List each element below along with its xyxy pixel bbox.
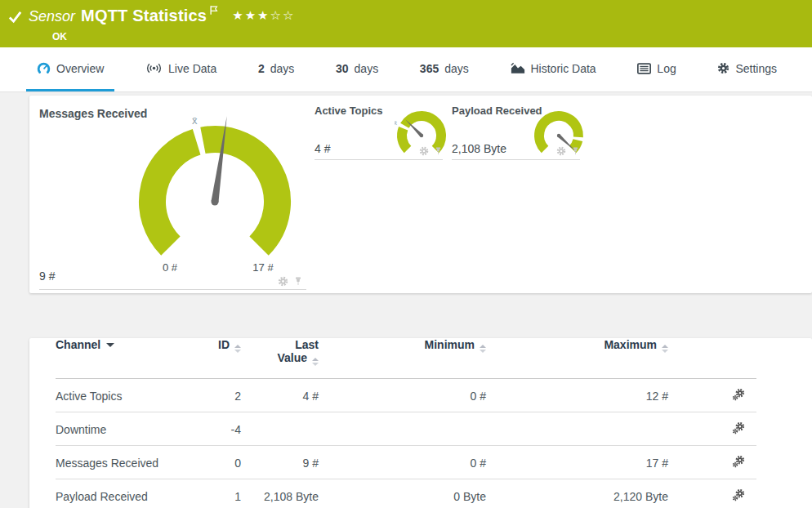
sort-icon xyxy=(662,345,668,353)
channel-minimum xyxy=(319,412,486,446)
channels-card: Channel ID Last Value Minimum Maximum Ac… xyxy=(29,338,812,508)
status-check-icon xyxy=(7,9,23,28)
sort-icon xyxy=(312,358,319,366)
tab-historic-data[interactable]: Historic Data xyxy=(500,47,607,91)
priority-flag-icon[interactable] xyxy=(209,4,219,19)
tab-30-days[interactable]: 30 days xyxy=(325,47,389,91)
area-chart-icon xyxy=(511,62,525,74)
sort-icon xyxy=(234,345,241,353)
channel-id: 1 xyxy=(188,479,241,508)
channel-maximum: 12 # xyxy=(486,379,668,412)
channel-maximum xyxy=(486,412,668,446)
gauge-current-value: 4 # xyxy=(315,142,330,155)
column-header-actions xyxy=(668,338,756,379)
sort-icon xyxy=(480,345,486,353)
main-content: Messages Received x̄ 0 # 17 # 9 # Active… xyxy=(0,92,812,508)
sensor-title-block: Sensor MQTT Statistics ★★★☆☆ OK xyxy=(29,7,295,42)
table-row: Payload Received 1 2,108 Byte 0 Byte 2,1… xyxy=(56,479,756,508)
channel-last-value: 9 # xyxy=(241,446,319,479)
channel-name: Active Topics xyxy=(56,379,188,412)
channels-table: Channel ID Last Value Minimum Maximum Ac… xyxy=(56,338,756,508)
channel-name: Downtime xyxy=(56,412,188,446)
prtg-sensor-page: Sensor MQTT Statistics ★★★☆☆ OK Overview… xyxy=(0,0,812,508)
gauge-title: Payload Received xyxy=(452,105,542,117)
priority-stars[interactable]: ★★★☆☆ xyxy=(232,8,295,23)
table-row: Messages Received 0 9 # 0 # 17 # xyxy=(56,446,756,479)
gauge-payload-received: Payload Received x̄ 2,108 Byte xyxy=(452,105,580,160)
edit-channel-gears-icon[interactable] xyxy=(732,488,745,501)
status-badge: OK xyxy=(52,31,295,42)
channel-last-value: 4 # xyxy=(241,379,319,412)
channel-minimum: 0 Byte xyxy=(319,479,486,508)
tab-overview[interactable]: Overview xyxy=(26,47,114,91)
column-header-last-value[interactable]: Last Value xyxy=(241,338,319,379)
table-header-row: Channel ID Last Value Minimum Maximum xyxy=(56,338,756,379)
gear-icon xyxy=(717,62,729,74)
tab-2-days[interactable]: 2 days xyxy=(248,47,305,91)
column-header-channel[interactable]: Channel xyxy=(56,338,188,379)
channel-maximum: 2,120 Byte xyxy=(486,479,668,508)
average-marker: x̄ xyxy=(192,114,198,127)
gauge-active-topics: Active Topics x̄ 4 # xyxy=(315,105,443,160)
channel-maximum: 17 # xyxy=(486,446,668,479)
channel-gear-icon[interactable] xyxy=(556,146,566,156)
channel-minimum: 0 # xyxy=(319,446,486,479)
channel-name: Messages Received xyxy=(56,446,188,479)
broadcast-icon xyxy=(145,62,163,74)
column-header-id[interactable]: ID xyxy=(188,338,241,379)
gauge-current-value: 9 # xyxy=(39,270,55,283)
gauge-current-value: 2,108 Byte xyxy=(452,142,506,155)
sensor-type-label: Sensor xyxy=(29,8,75,25)
table-row: Active Topics 2 4 # 0 # 12 # xyxy=(56,379,756,412)
channel-id: 0 xyxy=(188,446,241,479)
messages-received-gauge[interactable]: x̄ xyxy=(120,110,310,288)
channel-last-value xyxy=(241,412,319,446)
channel-gear-icon[interactable] xyxy=(419,146,429,156)
column-header-maximum[interactable]: Maximum xyxy=(486,338,668,379)
channel-id: -4 xyxy=(188,412,241,446)
tab-settings[interactable]: Settings xyxy=(707,47,787,91)
channel-gear-icon[interactable] xyxy=(278,276,288,287)
pin-icon[interactable] xyxy=(571,146,580,156)
channel-last-value: 2,108 Byte xyxy=(241,479,319,508)
pin-icon[interactable] xyxy=(293,276,303,287)
edit-channel-gears-icon[interactable] xyxy=(732,455,745,468)
channel-name: Payload Received xyxy=(56,479,188,508)
tab-bar: Overview Live Data 2 days 30 days 365 da… xyxy=(0,47,812,92)
page-title: MQTT Statistics xyxy=(81,7,207,25)
sensor-header: Sensor MQTT Statistics ★★★☆☆ OK xyxy=(0,0,812,47)
gauge-icon xyxy=(37,62,51,74)
gauge-title: Active Topics xyxy=(315,105,383,117)
gauge-messages-received: Messages Received x̄ 0 # 17 # 9 # xyxy=(39,104,306,290)
tab-365-days[interactable]: 365 days xyxy=(409,47,480,91)
channel-minimum: 0 # xyxy=(319,379,486,412)
gauges-card: Messages Received x̄ 0 # 17 # 9 # Active… xyxy=(29,96,812,293)
log-icon xyxy=(637,63,651,74)
pin-icon[interactable] xyxy=(434,146,443,156)
edit-channel-gears-icon[interactable] xyxy=(732,421,745,434)
sort-desc-icon xyxy=(106,343,114,347)
edit-channel-gears-icon[interactable] xyxy=(732,388,745,401)
channel-id: 2 xyxy=(188,379,241,412)
tab-log[interactable]: Log xyxy=(627,47,686,91)
average-marker: x̄ xyxy=(395,119,397,127)
table-row: Downtime -4 xyxy=(56,412,756,446)
gauge-max-label: 17 # xyxy=(247,261,279,274)
gauge-min-label: 0 # xyxy=(154,261,186,274)
tab-live-data[interactable]: Live Data xyxy=(135,47,227,91)
column-header-minimum[interactable]: Minimum xyxy=(319,338,486,379)
